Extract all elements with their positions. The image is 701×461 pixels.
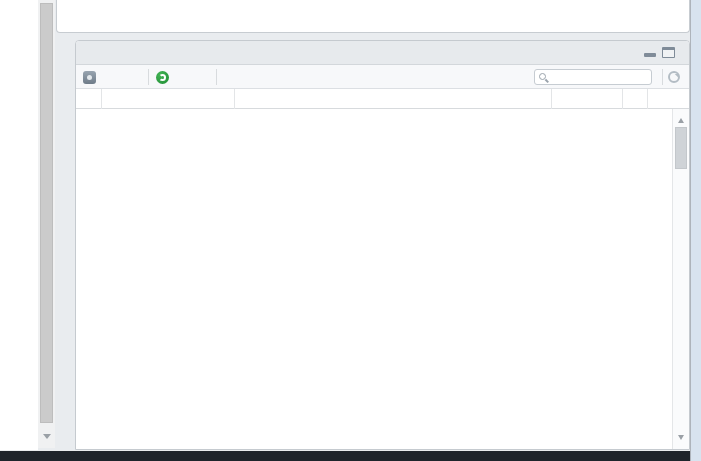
column-separator	[551, 89, 552, 109]
packages-table	[76, 109, 689, 449]
refresh-icon[interactable]	[668, 71, 680, 83]
column-separator	[647, 89, 648, 109]
column-separator	[234, 89, 235, 109]
toolbar-separator	[216, 69, 217, 85]
tab-bar	[76, 41, 689, 65]
table-scrollbar-thumb[interactable]	[675, 127, 687, 169]
console-scrollbar[interactable]	[38, 0, 55, 448]
scroll-up-arrow-icon[interactable]	[678, 115, 684, 123]
scroll-down-arrow-icon[interactable]	[43, 434, 51, 443]
console-pane-fragment	[0, 0, 38, 450]
packages-search-input[interactable]	[553, 70, 649, 84]
update-packages-icon	[156, 71, 169, 84]
search-icon	[539, 73, 546, 80]
scroll-down-arrow-icon[interactable]	[678, 435, 684, 443]
toolbar-separator	[662, 69, 663, 85]
maximize-pane-icon[interactable]	[662, 47, 675, 58]
toolbar-separator	[148, 69, 149, 85]
console-scrollbar-thumb[interactable]	[40, 3, 53, 423]
upper-pane-fragment	[56, 0, 690, 33]
install-button[interactable]	[83, 65, 101, 89]
column-separator	[101, 89, 102, 109]
minimize-pane-icon[interactable]	[644, 53, 656, 57]
packages-pane	[75, 40, 690, 450]
screen	[0, 0, 701, 461]
install-package-icon	[83, 71, 96, 84]
background-window-sliver	[690, 0, 701, 461]
bottom-window-bar	[0, 451, 690, 461]
packages-search-box	[534, 69, 652, 85]
table-scrollbar[interactable]	[672, 109, 689, 449]
update-button[interactable]	[156, 65, 174, 89]
column-separator	[622, 89, 623, 109]
packages-toolbar	[76, 65, 689, 89]
table-header	[76, 89, 689, 109]
